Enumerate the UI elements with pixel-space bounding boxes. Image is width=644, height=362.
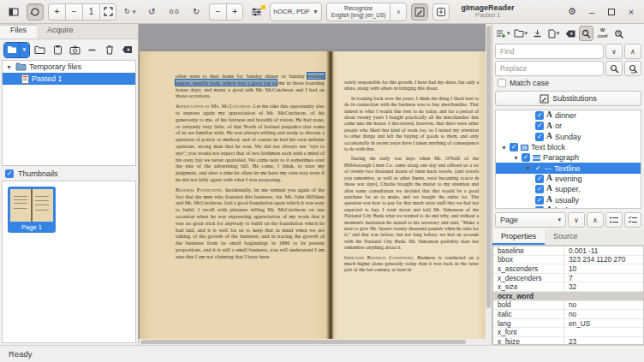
ocr-tree-item-sunday[interactable]: ✓ASunday	[496, 132, 641, 142]
property-row-baseline[interactable]: baseline0.001 -11	[493, 246, 643, 256]
rotation-angle-spinner[interactable]: 0.0	[164, 8, 183, 15]
add-images-split-button[interactable]: ▾	[3, 42, 30, 58]
property-row-bold[interactable]: boldno	[493, 301, 643, 311]
find-next-button[interactable]: ∨	[605, 44, 623, 59]
property-row-x_ascenders[interactable]: x_ascenders10	[493, 264, 643, 274]
canvas-vertical-scrollbar[interactable]	[486, 24, 492, 345]
paste-button[interactable]	[51, 42, 64, 58]
screenshot-button[interactable]	[68, 42, 81, 58]
add-images-button[interactable]	[4, 43, 19, 57]
item-checkbox[interactable]: ✓	[535, 185, 544, 193]
edit-output-button[interactable]	[411, 3, 428, 21]
ocr-tree-item-textline[interactable]: ▼✓—Textline	[496, 163, 641, 173]
rotate-right-button[interactable]: ↻	[188, 3, 205, 21]
delete-image-button[interactable]	[103, 42, 116, 58]
navigate-prev-button[interactable]: ∧	[587, 212, 604, 228]
zoom-in-button[interactable]: +	[48, 3, 65, 21]
expand-all-button[interactable]	[624, 212, 641, 228]
sidebar-toggle-icon[interactable]	[5, 3, 22, 21]
thumbnails-checkbox[interactable]: ✓	[5, 169, 14, 178]
ocr-tree-item-dinner[interactable]: ✓Adinner	[496, 110, 641, 121]
image-canvas[interactable]: often went to their home for Sunday dinn…	[139, 24, 492, 345]
save-output-button[interactable]	[432, 3, 450, 21]
zoom-original-button[interactable]: 1	[82, 3, 99, 21]
canvas-horizontal-scrollbar[interactable]	[139, 339, 492, 345]
item-checkbox[interactable]: ✓	[510, 143, 518, 151]
output-format-dropdown[interactable]: hOCR, PDF▼	[270, 3, 322, 21]
rotate-mode-dropdown[interactable]: ↻▾	[121, 3, 139, 21]
zoom-fit-button[interactable]	[99, 3, 116, 21]
property-row-x_fsize[interactable]: x_fsize23	[493, 337, 643, 345]
expander-icon[interactable]: ▼	[6, 64, 13, 70]
minus-button[interactable]: −	[209, 3, 226, 21]
property-value[interactable]: 323 234 1120 270	[564, 255, 643, 264]
find-input[interactable]	[495, 44, 604, 59]
export-dropdown[interactable]: ▾	[546, 26, 561, 41]
tree-node-temporary-files[interactable]: ▼ Temporary files	[3, 61, 135, 73]
tab-files[interactable]: Files	[0, 24, 37, 39]
ocr-tree-item-evening[interactable]: ✓Aevening	[496, 174, 641, 184]
expander-icon[interactable]: ▼	[525, 165, 531, 171]
item-checkbox[interactable]: ✓	[535, 196, 544, 205]
maximize-button[interactable]	[604, 4, 619, 20]
settings-gear-button[interactable]: ⚙	[564, 4, 580, 20]
substitutions-button[interactable]: Substitutions	[495, 91, 641, 106]
clear-images-button[interactable]	[121, 42, 134, 58]
navigate-next-button[interactable]: ∨	[568, 212, 585, 228]
recognize-language-chevron[interactable]: ∨	[390, 3, 407, 21]
word-confidence-toggle[interactable]: W conf	[595, 26, 610, 41]
tab-acquire[interactable]: Acquire	[37, 24, 84, 39]
item-checkbox[interactable]: ✓	[535, 206, 544, 209]
insert-mode-dropdown[interactable]: ▾	[495, 26, 511, 41]
property-value[interactable]: no	[564, 310, 643, 318]
find-prev-button[interactable]: ∧	[624, 44, 641, 59]
property-value[interactable]: 23	[564, 337, 643, 345]
replace-all-button[interactable]	[624, 61, 641, 76]
replace-button[interactable]	[605, 61, 623, 76]
open-hocr-dropdown[interactable]: ▾	[513, 26, 529, 41]
property-value[interactable]: 0.001 -11	[564, 246, 643, 255]
close-button[interactable]: ×	[623, 4, 639, 20]
tree-node-pasted-1[interactable]: Pasted 1	[3, 73, 135, 85]
property-row-bbox[interactable]: bbox323 234 1120 270	[493, 256, 643, 265]
ocr-tree-item-textblock[interactable]: ▼✓Text block	[496, 142, 641, 152]
item-checkbox[interactable]: ✓	[535, 111, 544, 120]
property-row-x_size[interactable]: x_size32	[493, 282, 643, 292]
property-value[interactable]: 10	[564, 264, 643, 273]
ocr-tree-item-paragraph[interactable]: ▼✓Paragraph	[496, 152, 641, 163]
item-checkbox[interactable]: ✓	[534, 164, 542, 173]
property-row-x_font[interactable]: x_font	[493, 328, 643, 337]
page-dropdown[interactable]: Page ▾	[495, 212, 566, 228]
rotate-page-button[interactable]	[27, 3, 44, 21]
property-value[interactable]: 7	[564, 274, 643, 282]
property-row-x_descenders[interactable]: x_descenders7	[493, 274, 643, 283]
lookup-button[interactable]	[611, 26, 626, 41]
minimize-button[interactable]: –	[584, 4, 599, 20]
find-replace-toggle[interactable]	[579, 26, 593, 41]
zoom-out-button[interactable]: −	[65, 3, 82, 21]
property-value[interactable]: no	[564, 300, 643, 309]
item-checkbox[interactable]: ✓	[535, 175, 544, 183]
replace-input[interactable]	[495, 61, 604, 76]
clear-output-button[interactable]	[563, 26, 577, 41]
item-checkbox[interactable]: ✓	[535, 122, 544, 130]
ocr-tree-item-both[interactable]: ✓Aboth,	[496, 205, 641, 209]
tab-source[interactable]: Source	[545, 229, 587, 245]
property-row-italic[interactable]: italicno	[493, 310, 643, 319]
save-hocr-button[interactable]	[530, 26, 545, 41]
property-row-ocrx_word[interactable]: ocrx_word	[493, 292, 643, 301]
thumbnail-page-1[interactable]: Page 1	[8, 187, 56, 233]
ocr-tree-item-supper[interactable]: ✓Asupper,	[496, 184, 641, 194]
image-controls-button[interactable]	[247, 3, 265, 21]
item-checkbox[interactable]: ✓	[522, 153, 530, 162]
add-images-chevron[interactable]: ▾	[19, 43, 28, 57]
item-checkbox[interactable]: ✓	[535, 133, 544, 141]
recognize-button[interactable]: Recognize English [eng] (en_US)	[326, 3, 391, 21]
match-case-checkbox[interactable]	[498, 79, 506, 87]
property-row-lang[interactable]: langen_US	[493, 319, 643, 329]
collapse-all-button[interactable]	[605, 212, 623, 228]
expander-icon[interactable]: ▼	[513, 155, 519, 161]
ocr-tree-item-usually[interactable]: ✓Ausually	[496, 194, 641, 205]
open-folder-button[interactable]	[33, 42, 47, 58]
plus-button[interactable]: +	[226, 3, 243, 21]
